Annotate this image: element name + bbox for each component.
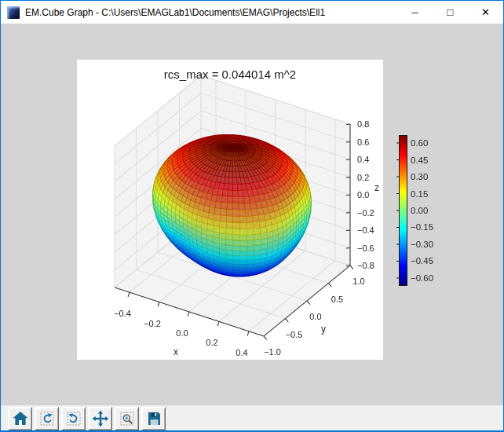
colorbar-tick-label: 0.15 xyxy=(411,189,428,199)
toolbar xyxy=(1,405,503,431)
z-tick-label: −0.2 xyxy=(357,208,374,218)
x-tick-label: −0.2 xyxy=(144,319,161,328)
x-tick-label: −0.4 xyxy=(114,309,131,318)
zoom-button[interactable] xyxy=(115,407,139,430)
pan-button[interactable] xyxy=(88,407,112,430)
zoom-rect-icon xyxy=(119,410,136,427)
x-tick-label: 0.2 xyxy=(206,338,217,347)
z-tick-label: 0.8 xyxy=(357,119,369,129)
close-button[interactable]: ✕ xyxy=(468,1,503,24)
z-tick-label: −0.4 xyxy=(357,225,374,235)
y-tick-label: 0.5 xyxy=(331,295,343,304)
window-title: EM.Cube Graph - C:\Users\EMAGLab1\Docume… xyxy=(25,7,325,18)
close-icon: ✕ xyxy=(481,6,490,18)
window-controls: ─ □ ✕ xyxy=(397,1,503,24)
minimize-icon: ─ xyxy=(411,7,418,18)
save-button[interactable] xyxy=(141,407,166,430)
x-tick-label: 0.4 xyxy=(236,348,247,357)
z-axis-label: z xyxy=(374,182,379,193)
back-arrow-icon xyxy=(38,410,56,427)
home-icon xyxy=(12,410,29,427)
y-tick-label: 0.0 xyxy=(309,312,321,321)
app-icon xyxy=(7,6,20,19)
x-tick-label: 0.0 xyxy=(176,328,188,338)
y-tick-label: −0.5 xyxy=(286,330,303,339)
y-tick-label: 1.0 xyxy=(352,276,364,286)
minimize-button[interactable]: ─ xyxy=(397,1,433,24)
z-tick-label: 0.6 xyxy=(357,137,369,147)
plot-canvas-area: rcs_max = 0.044014 m^2 −0.4−0.20.00.20.4… xyxy=(1,24,503,404)
home-button[interactable] xyxy=(8,407,32,430)
colorbar-tick-label: −0.45 xyxy=(411,256,433,265)
colorbar-tick-label: −0.15 xyxy=(411,222,433,232)
colorbar-tick-label: 0.00 xyxy=(411,206,428,215)
y-tick-label: −1.0 xyxy=(264,347,281,357)
y-axis-label: y xyxy=(321,324,326,335)
save-floppy-icon xyxy=(145,410,163,427)
maximize-button[interactable]: □ xyxy=(433,1,468,24)
x-axis-label: x xyxy=(173,346,178,357)
forward-arrow-icon xyxy=(65,410,82,427)
app-window: EM.Cube Graph - C:\Users\EMAGLab1\Docume… xyxy=(0,0,504,432)
title-bar: EM.Cube Graph - C:\Users\EMAGLab1\Docume… xyxy=(1,1,503,24)
z-tick-label: −0.6 xyxy=(357,243,374,253)
colorbar-tick-label: −0.30 xyxy=(411,240,433,249)
maximize-icon: □ xyxy=(447,6,454,18)
colorbar-tick-label: −0.60 xyxy=(411,273,433,283)
z-tick-label: 0.2 xyxy=(357,173,369,182)
pan-move-icon xyxy=(92,410,109,427)
colorbar-tick-label: 0.60 xyxy=(411,138,428,148)
forward-button[interactable] xyxy=(61,407,86,430)
colorbar-tick-label: 0.30 xyxy=(411,172,428,181)
axis-labels-layer: −0.4−0.20.00.20.4−1.0−0.50.00.51.00.80.6… xyxy=(1,24,503,404)
z-tick-label: 0.0 xyxy=(357,190,369,200)
back-button[interactable] xyxy=(35,407,59,430)
z-tick-label: −0.8 xyxy=(357,261,374,270)
z-tick-label: 0.4 xyxy=(357,155,369,164)
colorbar-tick-label: 0.45 xyxy=(411,156,428,165)
